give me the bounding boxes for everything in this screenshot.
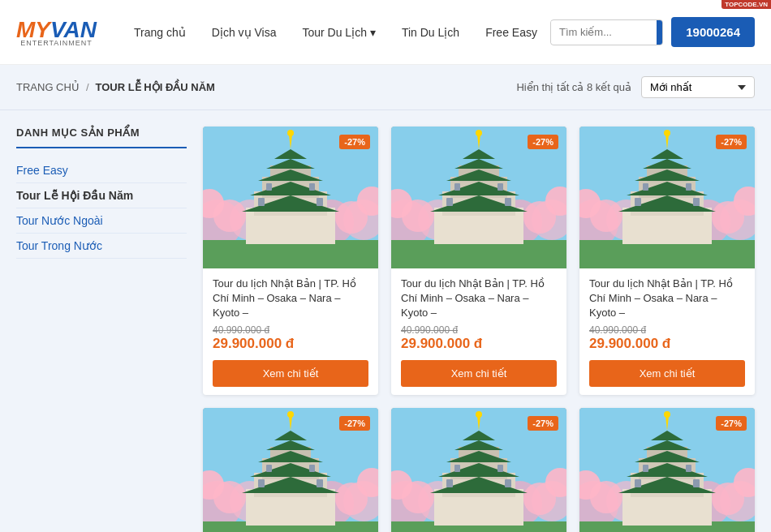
product-info: Tour du lịch Nhật Bản | TP. Hồ Chí Minh … [203, 268, 378, 395]
detail-button[interactable]: Xem chi tiết [213, 360, 368, 387]
discount-badge: -27% [716, 135, 747, 149]
svg-rect-120 [505, 479, 511, 487]
main-nav: Trang chủ Dịch vụ Visa Tour Du Lịch ▾ Ti… [121, 0, 550, 65]
svg-rect-146 [643, 465, 648, 472]
product-price: 29.900.000 đ [589, 336, 745, 352]
search-input[interactable] [551, 21, 657, 43]
product-old-price: 40.990.000 đ [401, 324, 557, 336]
sidebar-title: DANH MỤC SẢN PHẨM [16, 127, 187, 148]
svg-rect-45 [505, 198, 511, 206]
svg-rect-21 [266, 183, 272, 191]
svg-rect-57 [579, 240, 755, 268]
svg-rect-19 [258, 198, 265, 206]
product-name: Tour du lịch Nhật Bản | TP. Hồ Chí Minh … [401, 277, 557, 321]
svg-point-143 [664, 411, 670, 418]
svg-rect-94 [258, 479, 265, 487]
svg-point-93 [287, 411, 294, 418]
product-card: -27% Tour du lịch Nhật Bản | TP. Hồ Chí … [203, 127, 378, 395]
product-image-wrap: -27% [579, 127, 755, 268]
discount-badge: -27% [528, 135, 558, 149]
sidebar-item-free-easy[interactable]: Free Easy [16, 158, 187, 183]
sort-select[interactable]: Mới nhất [641, 76, 755, 98]
site-header: MYVAN ENTERTAINMENT Trang chủ Dịch vụ Vi… [0, 0, 771, 65]
site-logo[interactable]: MYVAN ENTERTAINMENT [16, 17, 97, 47]
product-image-wrap: -27% [391, 127, 566, 268]
discount-badge: -27% [339, 135, 370, 149]
sidebar-item-tour-le-hoi[interactable]: Tour Lễ Hội Đầu Năm [16, 183, 187, 208]
sidebar-item-tour-trong-nuoc[interactable]: Tour Trong Nước [16, 234, 187, 259]
topcode-badge: TOPCODE.VN [721, 0, 771, 9]
products-grid: -27% Tour du lịch Nhật Bản | TP. Hồ Chí … [203, 127, 755, 532]
svg-rect-44 [446, 198, 453, 206]
breadcrumb-bar: TRANG CHỦ / TOUR LỄ HỘI ĐẦU NĂM Hiển thị… [0, 65, 771, 110]
breadcrumb-home[interactable]: TRANG CHỦ [16, 81, 80, 93]
nav-tin-du-lich[interactable]: Tin Du Lịch [389, 0, 472, 65]
product-price: 29.900.000 đ [401, 336, 557, 352]
discount-badge: -27% [339, 416, 370, 431]
main-content: DANH MỤC SẢN PHẨM Free Easy Tour Lễ Hội … [0, 110, 771, 532]
products-section: -27% Tour du lịch Nhật Bản | TP. Hồ Chí … [203, 127, 755, 532]
svg-rect-20 [317, 198, 323, 206]
svg-rect-32 [391, 240, 566, 268]
svg-rect-121 [454, 465, 460, 472]
svg-rect-70 [693, 198, 700, 206]
product-image-wrap: -27% [203, 127, 378, 268]
phone-button[interactable]: 19000264 [671, 17, 755, 47]
sidebar-item-tour-nuoc-ngoai[interactable]: Tour Nước Ngoài [16, 208, 187, 234]
svg-rect-7 [203, 240, 378, 268]
product-image-wrap: -27% [579, 408, 755, 532]
logo-sub: ENTERTAINMENT [16, 39, 97, 47]
svg-rect-96 [266, 465, 272, 472]
svg-rect-46 [454, 183, 460, 191]
results-count: Hiển thị tất cả 8 kết quả [516, 81, 631, 93]
product-price: 29.900.000 đ [213, 336, 368, 352]
svg-rect-69 [635, 198, 641, 206]
breadcrumb-separator: / [86, 81, 89, 93]
detail-button[interactable]: Xem chi tiết [589, 360, 745, 387]
svg-rect-119 [446, 479, 453, 487]
product-card: -27% Tour du lịch Nhật Bản | TP. Hồ Chí … [203, 408, 378, 532]
nav-trang-chu[interactable]: Trang chủ [121, 0, 199, 65]
search-button[interactable]: 🔍 [657, 20, 663, 45]
svg-point-118 [476, 411, 482, 418]
product-old-price: 40.990.000 đ [213, 324, 368, 336]
svg-rect-71 [643, 183, 648, 191]
product-info: Tour du lịch Nhật Bản | TP. Hồ Chí Minh … [579, 268, 755, 395]
discount-badge: -27% [716, 416, 747, 431]
product-name: Tour du lịch Nhật Bản | TP. Hồ Chí Minh … [213, 277, 368, 321]
product-card: -27% Tour du lịch Nhật Bản | TP. Hồ Chí … [579, 127, 755, 395]
chevron-down-icon: ▾ [370, 0, 376, 65]
svg-rect-22 [309, 183, 315, 191]
product-card: -27% Tour du lịch Nhật Bản | TP. Hồ Chí … [579, 408, 755, 532]
nav-tour-du-lich[interactable]: Tour Du Lịch ▾ [289, 0, 388, 65]
sidebar: DANH MỤC SẢN PHẨM Free Easy Tour Lễ Hội … [16, 127, 187, 532]
product-card: -27% Tour du lịch Nhật Bản | TP. Hồ Chí … [391, 127, 566, 395]
svg-rect-145 [693, 479, 700, 487]
svg-rect-95 [317, 479, 323, 487]
svg-rect-144 [635, 479, 641, 487]
svg-point-18 [287, 130, 294, 136]
product-info: Tour du lịch Nhật Bản | TP. Hồ Chí Minh … [391, 268, 566, 395]
breadcrumb-right: Hiển thị tất cả 8 kết quả Mới nhất [516, 76, 755, 98]
search-box: 🔍 [550, 19, 663, 45]
breadcrumb-current: TOUR LỄ HỘI ĐẦU NĂM [96, 81, 215, 93]
svg-rect-47 [497, 183, 503, 191]
product-old-price: 40.990.000 đ [589, 324, 745, 336]
svg-rect-72 [686, 183, 691, 191]
svg-rect-122 [497, 465, 503, 472]
product-image-wrap: -27% [391, 408, 566, 532]
product-card: -27% Tour du lịch Nhật Bản | TP. Hồ Chí … [391, 408, 566, 532]
svg-point-43 [476, 130, 482, 136]
svg-rect-97 [309, 465, 315, 472]
nav-dich-vu-visa[interactable]: Dịch vụ Visa [199, 0, 290, 65]
product-name: Tour du lịch Nhật Bản | TP. Hồ Chí Minh … [589, 277, 745, 321]
detail-button[interactable]: Xem chi tiết [401, 360, 557, 387]
nav-free-easy[interactable]: Free Easy [472, 0, 550, 65]
discount-badge: -27% [528, 416, 558, 431]
product-image-wrap: -27% [203, 408, 378, 532]
svg-point-68 [664, 130, 670, 136]
svg-rect-147 [686, 465, 691, 472]
